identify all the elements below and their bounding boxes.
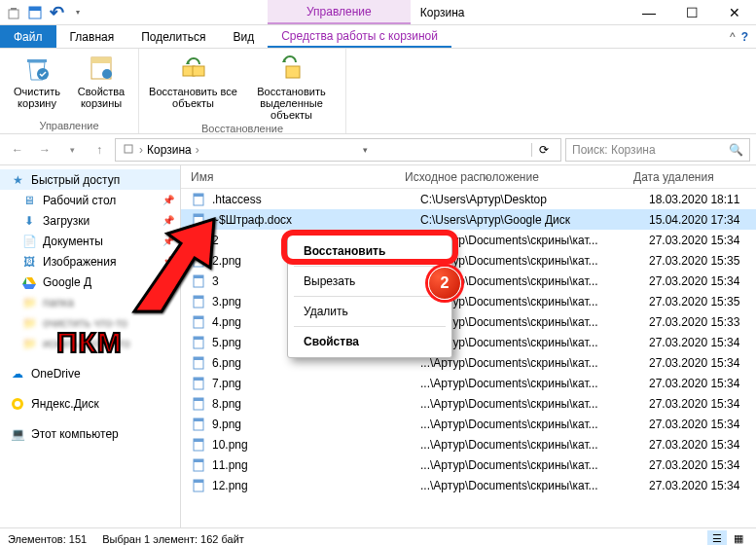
sort-indicator-icon: ▲ bbox=[483, 172, 490, 181]
breadcrumb-sep: › bbox=[139, 143, 143, 157]
sidebar-documents[interactable]: 📄Документы📌 bbox=[0, 231, 180, 251]
svg-rect-48 bbox=[194, 459, 203, 462]
svg-rect-11 bbox=[193, 66, 204, 76]
file-icon bbox=[191, 335, 206, 350]
file-row[interactable]: 6.png...\Артур\Documents\скрины\кат...27… bbox=[181, 352, 756, 373]
properties-icon[interactable] bbox=[27, 5, 43, 20]
properties-sheet-icon bbox=[86, 53, 117, 84]
file-list: Имя ▲ Исходное расположение Дата удалени… bbox=[181, 165, 756, 527]
file-row[interactable]: 10.png...\Артур\Documents\скрины\кат...2… bbox=[181, 434, 756, 454]
file-icon bbox=[191, 273, 206, 289]
folder-icon: 📁 bbox=[21, 336, 37, 351]
file-row[interactable]: 4.png...\Артур\Documents\скрины\кат...27… bbox=[181, 311, 756, 332]
undo-icon[interactable]: ↶ bbox=[49, 5, 64, 20]
file-row[interactable]: 3...\Артур\Documents\скрины\кат...27.03.… bbox=[181, 271, 756, 291]
file-icon bbox=[191, 437, 206, 453]
col-name-header[interactable]: Имя bbox=[181, 170, 405, 184]
close-button[interactable]: ✕ bbox=[713, 0, 756, 24]
file-location: C:\Users\Артур\Google Диск bbox=[420, 213, 649, 227]
file-row[interactable]: 5.png...\Артур\Documents\скрины\кат...27… bbox=[181, 332, 756, 352]
sidebar-yandex-disk[interactable]: Яндекс.Диск bbox=[0, 393, 180, 414]
annotation-pkm-label: ПКМ bbox=[56, 326, 123, 359]
search-placeholder: Поиск: Корзина bbox=[572, 143, 656, 157]
file-row[interactable]: ~$Штраф.docxC:\Users\Артур\Google Диск15… bbox=[181, 209, 756, 230]
file-date: 27.03.2020 15:34 bbox=[649, 234, 756, 247]
quick-access-toolbar: ↶ ▾ bbox=[0, 0, 268, 24]
file-location: ...\Артур\Documents\скрины\кат... bbox=[420, 336, 649, 349]
restore-all-button[interactable]: Восстановить все объекты bbox=[147, 53, 239, 121]
breadcrumb-root[interactable]: Корзина bbox=[147, 143, 192, 157]
file-row[interactable]: 3.png...\Артур\Documents\скрины\кат...27… bbox=[181, 291, 756, 311]
tab-file[interactable]: Файл bbox=[0, 25, 56, 48]
recent-dropdown[interactable]: ▾ bbox=[60, 138, 84, 162]
file-icon bbox=[191, 457, 206, 473]
file-icon bbox=[191, 355, 206, 371]
qat-dropdown-icon[interactable]: ▾ bbox=[70, 5, 86, 20]
file-row[interactable]: 11.png...\Артур\Documents\скрины\кат...2… bbox=[181, 454, 756, 475]
pin-icon: 📌 bbox=[162, 256, 174, 267]
file-name: .htaccess bbox=[212, 193, 420, 206]
file-location: ...\Артур\Documents\скрины\кат... bbox=[420, 458, 649, 472]
ribbon-group-label-restore: Восстановление bbox=[201, 121, 283, 134]
sidebar-desktop[interactable]: 🖥Рабочий стол📌 bbox=[0, 190, 180, 210]
file-row[interactable]: 2...\Артур\Documents\скрины\кат...27.03.… bbox=[181, 230, 756, 250]
sidebar-folder-hidden[interactable]: 📁папка bbox=[0, 292, 180, 312]
col-location-header[interactable]: Исходное расположение bbox=[405, 170, 633, 184]
file-location: ...\Артур\Documents\скрины\кат... bbox=[420, 418, 649, 431]
file-row[interactable]: 2.png...\Артур\Documents\скрины\кат...27… bbox=[181, 250, 756, 271]
back-button[interactable]: ← bbox=[6, 138, 29, 162]
restore-selected-button[interactable]: Восстановить выделенные объекты bbox=[245, 53, 338, 121]
tab-view[interactable]: Вид bbox=[219, 25, 268, 48]
file-name: 9.png bbox=[212, 418, 420, 431]
view-details-button[interactable]: ☰ bbox=[707, 530, 727, 546]
ctx-cut[interactable]: Вырезать bbox=[290, 270, 450, 293]
ctx-delete[interactable]: Удалить bbox=[290, 300, 450, 323]
file-row[interactable]: 8.png...\Артур\Documents\скрины\кат...27… bbox=[181, 393, 756, 414]
desktop-icon: 🖥 bbox=[21, 193, 37, 208]
forward-button[interactable]: → bbox=[33, 138, 56, 162]
svg-rect-38 bbox=[194, 357, 203, 360]
ctx-properties[interactable]: Свойства bbox=[290, 330, 450, 353]
breadcrumb-dropdown-icon[interactable]: ▾ bbox=[363, 145, 368, 155]
col-date-header[interactable]: Дата удаления bbox=[633, 170, 740, 184]
yadisk-icon bbox=[10, 396, 25, 412]
ctx-divider bbox=[294, 296, 446, 297]
search-input[interactable]: Поиск: Корзина 🔍 bbox=[565, 138, 750, 162]
ctx-restore[interactable]: Восстановить bbox=[290, 239, 450, 263]
pictures-icon: 🖼 bbox=[21, 254, 37, 270]
file-row[interactable]: 9.png...\Артур\Documents\скрины\кат...27… bbox=[181, 414, 756, 434]
address-bar: ← → ▾ ↑ › Корзина › ▾ ⟳ Поиск: Корзина 🔍 bbox=[0, 134, 756, 165]
sidebar-pictures[interactable]: 🖼Изображения📌 bbox=[0, 251, 180, 272]
search-icon: 🔍 bbox=[729, 143, 743, 157]
breadcrumb[interactable]: › Корзина › ▾ ⟳ bbox=[115, 138, 561, 162]
minimize-button[interactable]: — bbox=[628, 0, 670, 24]
sidebar-google-drive[interactable]: Google Д📌 bbox=[0, 272, 180, 292]
svg-rect-46 bbox=[194, 439, 203, 442]
file-row[interactable]: 12.png...\Артур\Documents\скрины\кат...2… bbox=[181, 475, 756, 495]
file-icon bbox=[191, 233, 206, 248]
view-icons-button[interactable]: ▦ bbox=[729, 530, 748, 546]
maximize-button[interactable]: ☐ bbox=[670, 0, 713, 24]
tab-recycle-tools[interactable]: Средства работы с корзиной bbox=[268, 25, 451, 48]
file-name: 12.png bbox=[212, 479, 420, 492]
file-icon bbox=[191, 294, 206, 309]
file-row[interactable]: .htaccessC:\Users\Артур\Desktop18.03.202… bbox=[181, 189, 756, 209]
sidebar-onedrive[interactable]: ☁OneDrive bbox=[0, 363, 180, 383]
file-row[interactable]: 7.png...\Артур\Documents\скрины\кат...27… bbox=[181, 373, 756, 393]
up-button[interactable]: ↑ bbox=[88, 138, 111, 162]
sidebar-quick-access[interactable]: ★ Быстрый доступ bbox=[0, 169, 180, 190]
tab-share[interactable]: Поделиться bbox=[127, 25, 219, 48]
status-selection: Выбран 1 элемент: 162 байт bbox=[102, 533, 244, 545]
file-date: 18.03.2020 18:11 bbox=[649, 193, 756, 206]
tab-home[interactable]: Главная bbox=[56, 25, 128, 48]
sidebar-downloads[interactable]: ⬇Загрузки📌 bbox=[0, 210, 180, 231]
refresh-button[interactable]: ⟳ bbox=[531, 143, 555, 157]
help-icon[interactable]: ? bbox=[741, 30, 748, 44]
pin-icon: 📌 bbox=[162, 195, 174, 205]
file-icon bbox=[191, 192, 206, 207]
sidebar-this-pc[interactable]: 💻Этот компьютер bbox=[0, 423, 180, 444]
ribbon: Очистить корзину Свойства корзины Управл… bbox=[0, 49, 756, 134]
ribbon-collapse-icon[interactable]: ^ bbox=[730, 30, 736, 44]
bin-properties-button[interactable]: Свойства корзины bbox=[72, 53, 130, 109]
empty-recycle-button[interactable]: Очистить корзину bbox=[8, 53, 66, 109]
